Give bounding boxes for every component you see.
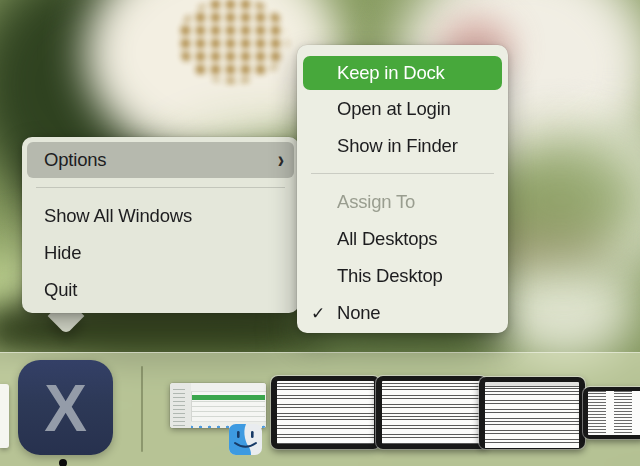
terminal-screen-mini: [277, 381, 374, 444]
wallpaper-flower-stamens: [178, 0, 288, 83]
terminal-window-thumbnail-1[interactable]: [271, 376, 380, 449]
options-submenu: Keep in Dock Open at Login Show in Finde…: [297, 45, 508, 333]
menu-item-options[interactable]: Options ›: [27, 142, 294, 178]
chevron-right-icon: ›: [278, 148, 284, 172]
terminal-window-thumbnail-4[interactable]: [583, 387, 640, 439]
submenu-item-label: Show in Finder: [337, 135, 458, 157]
wallpaper-pink-tint: [505, 193, 597, 281]
dock-divider: [141, 366, 143, 452]
submenu-item-keep-in-dock[interactable]: Keep in Dock: [303, 56, 502, 90]
finder-list-rows-mini: [192, 401, 265, 421]
terminal-screen-mini: [485, 382, 579, 448]
menu-item-quit[interactable]: Quit: [22, 271, 299, 308]
submenu-item-all-desktops[interactable]: All Desktops: [297, 220, 508, 257]
menu-item-label: Show All Windows: [44, 205, 192, 227]
finder-icon[interactable]: [228, 422, 263, 457]
submenu-header-assign-to: Assign To: [297, 183, 508, 220]
checkmark-icon: ✓: [311, 302, 325, 323]
terminal-screen-mini: [382, 381, 481, 444]
terminal-window-thumbnail-2[interactable]: [376, 376, 487, 449]
finder-toolbar-mini: [191, 383, 266, 392]
desktop-screenshot: X Options › Show All Windows Hide: [0, 0, 640, 466]
menu-item-show-all-windows[interactable]: Show All Windows: [22, 197, 299, 234]
wallpaper-white-blossom-bottom-right: [492, 252, 637, 364]
menu-separator: [36, 187, 285, 188]
submenu-header-label: Assign To: [337, 191, 415, 213]
menu-item-label: Options: [44, 149, 106, 171]
wallpaper-white-blossom-far-right: [545, 118, 640, 273]
submenu-item-label: Keep in Dock: [337, 62, 445, 84]
submenu-item-label: All Desktops: [337, 228, 437, 250]
finder-selected-row-mini: [192, 395, 265, 400]
menu-item-label: Hide: [44, 242, 81, 264]
submenu-item-this-desktop[interactable]: This Desktop: [297, 257, 508, 294]
running-indicator-dot: [59, 459, 67, 466]
submenu-item-label: Open at Login: [337, 98, 451, 120]
terminal-screen-mini: [588, 391, 640, 435]
submenu-item-label: This Desktop: [337, 265, 443, 287]
x11-letter: X: [44, 374, 87, 441]
partial-window-thumbnail[interactable]: [0, 384, 9, 448]
submenu-item-show-in-finder[interactable]: Show in Finder: [297, 127, 508, 164]
menu-separator: [311, 173, 494, 174]
submenu-item-open-at-login[interactable]: Open at Login: [297, 90, 508, 127]
submenu-item-label: None: [337, 302, 380, 324]
menu-item-hide[interactable]: Hide: [22, 234, 299, 271]
submenu-item-none[interactable]: ✓ None: [297, 294, 508, 331]
dock-context-menu: Options › Show All Windows Hide Quit: [22, 137, 299, 313]
menu-item-label: Quit: [44, 279, 77, 301]
x11-app-icon[interactable]: X: [18, 360, 113, 455]
finder-sidebar-mini: [170, 383, 192, 428]
terminal-window-thumbnail-3[interactable]: [479, 377, 585, 449]
